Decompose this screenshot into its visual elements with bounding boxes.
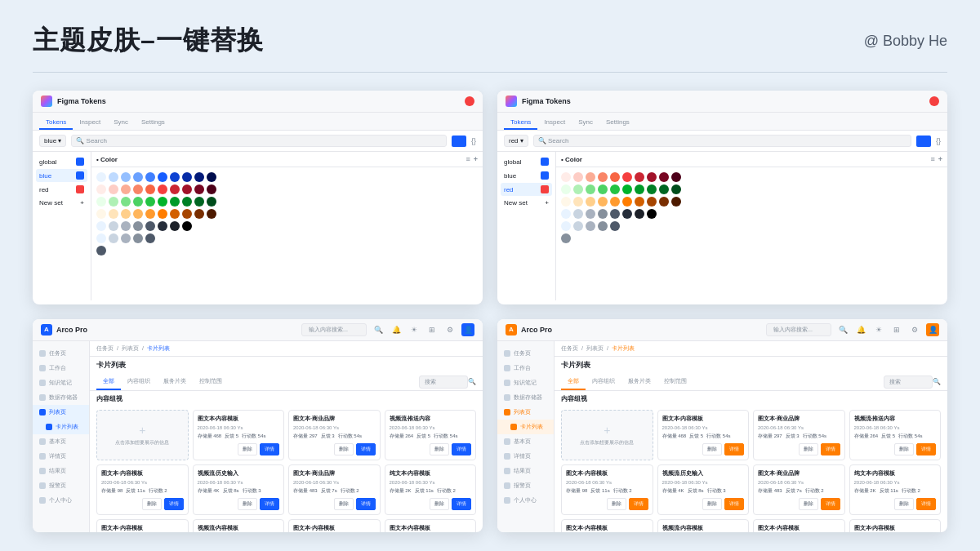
arco-detail-btn[interactable]: 详情 xyxy=(821,443,840,455)
figma-search-right[interactable]: 🔍 Search xyxy=(533,135,911,147)
arco-detail-btn[interactable]: 详情 xyxy=(452,443,471,455)
arco-filter-service-right[interactable]: 服务片类 xyxy=(621,374,657,390)
arco-filter-control-left[interactable]: 控制范围 xyxy=(193,374,229,390)
arco-bell-btn-right[interactable]: 🔔 xyxy=(854,323,867,336)
arco-search-left[interactable]: 输入内容搜索... xyxy=(301,323,367,336)
figma-tab-inspect-left[interactable]: Inspect xyxy=(73,116,107,130)
arco-search-btn2-right[interactable]: 🔍 xyxy=(933,378,941,385)
figma-tab-inspect-right[interactable]: Inspect xyxy=(537,116,572,130)
arco-detail-btn[interactable]: 详情 xyxy=(724,443,744,455)
figma-btn-icon-left[interactable]: {} xyxy=(471,137,476,145)
arco-settings-btn-left[interactable]: ⚙ xyxy=(443,323,457,336)
arco-nav-detail-right[interactable]: 详情页 xyxy=(497,449,554,464)
arco-delete-btn[interactable]: 删除 xyxy=(334,498,354,510)
arco-search-btn-left[interactable]: 🔍 xyxy=(372,323,385,336)
arco-delete-btn[interactable]: 删除 xyxy=(430,443,449,455)
arco-delete-btn[interactable]: 删除 xyxy=(238,443,257,455)
arco-delete-btn[interactable]: 删除 xyxy=(894,498,914,510)
arco-search-right[interactable]: 输入内容搜索... xyxy=(766,323,831,336)
figma-tab-settings-right[interactable]: Settings xyxy=(599,116,636,130)
arco-nav-cardlist-right[interactable]: 卡片列表 xyxy=(497,420,554,434)
figma-sidebar-red-left[interactable]: red xyxy=(36,183,87,196)
arco-nav-profile-left[interactable]: 个人中心 xyxy=(33,493,89,508)
arco-settings-btn-right[interactable]: ⚙ xyxy=(908,323,921,336)
figma-btn-blue-left[interactable] xyxy=(452,136,466,147)
arco-nav-storage-right[interactable]: 数据存储器 xyxy=(497,390,554,405)
arco-add-card-left[interactable]: + 点击添加想要展示的信息 xyxy=(96,410,189,460)
figma-add-icon-right[interactable]: + xyxy=(938,155,942,163)
arco-filter-content-right[interactable]: 内容组织 xyxy=(586,374,621,390)
arco-nav-list-right[interactable]: 列表页 xyxy=(497,405,554,420)
arco-delete-btn[interactable]: 删除 xyxy=(142,498,162,510)
arco-nav-profile-right[interactable]: 个人中心 xyxy=(497,493,554,508)
arco-nav-list-left[interactable]: 列表页 xyxy=(33,405,89,420)
arco-search-btn2-left[interactable]: 🔍 xyxy=(468,378,476,385)
arco-bell-btn-left[interactable]: 🔔 xyxy=(390,323,403,336)
arco-delete-btn[interactable]: 删除 xyxy=(799,498,818,510)
arco-detail-btn[interactable]: 详情 xyxy=(724,498,744,510)
arco-delete-btn[interactable]: 删除 xyxy=(334,443,354,455)
arco-nav-task-left[interactable]: 任务页 xyxy=(33,346,89,361)
arco-filter-all-right[interactable]: 全部 xyxy=(561,374,586,390)
arco-filter-service-left[interactable]: 服务片类 xyxy=(157,374,193,390)
figma-tab-settings-left[interactable]: Settings xyxy=(135,116,172,130)
arco-nav-basic-left[interactable]: 基本页 xyxy=(33,434,89,449)
arco-filter-all-left[interactable]: 全部 xyxy=(96,374,121,390)
arco-grid-btn-right[interactable]: ⊞ xyxy=(890,323,903,336)
arco-nav-cardlist-left[interactable]: 卡片列表 xyxy=(33,420,89,434)
arco-detail-btn[interactable]: 详情 xyxy=(629,498,648,510)
arco-filter-content-left[interactable]: 内容组织 xyxy=(121,374,157,390)
figma-dropdown-right[interactable]: red ▾ xyxy=(504,135,528,147)
arco-delete-btn[interactable]: 删除 xyxy=(702,443,722,455)
figma-tab-tokens-right[interactable]: Tokens xyxy=(504,116,537,130)
figma-sidebar-blue-left[interactable]: blue xyxy=(36,169,87,182)
figma-search-left[interactable]: 🔍 Search xyxy=(71,135,447,147)
arco-nav-workbench-left[interactable]: 工作台 xyxy=(33,361,89,375)
arco-detail-btn[interactable]: 详情 xyxy=(260,498,279,510)
figma-list-icon-right[interactable]: ≡ xyxy=(930,155,934,163)
arco-nav-result-left[interactable]: 结果页 xyxy=(33,464,89,478)
figma-sidebar-blue-right[interactable]: blue xyxy=(501,169,552,182)
figma-btn-icon-right[interactable]: {} xyxy=(936,137,941,145)
arco-add-card-right[interactable]: + 点击添加想要展示的信息 xyxy=(561,410,653,460)
arco-delete-btn[interactable]: 删除 xyxy=(799,443,818,455)
arco-sun-btn-right[interactable]: ☀ xyxy=(872,323,885,336)
figma-tab-sync-left[interactable]: Sync xyxy=(107,116,135,130)
arco-nav-basic-right[interactable]: 基本页 xyxy=(497,434,554,449)
arco-delete-btn[interactable]: 删除 xyxy=(238,498,257,510)
arco-detail-btn[interactable]: 详情 xyxy=(916,498,936,510)
figma-sidebar-newset-left[interactable]: New set + xyxy=(36,197,87,209)
arco-sun-btn-left[interactable]: ☀ xyxy=(408,323,421,336)
figma-dropdown-left[interactable]: blue ▾ xyxy=(39,135,66,147)
arco-filter-control-right[interactable]: 控制范围 xyxy=(657,374,693,390)
arco-nav-notes-right[interactable]: 知识笔记 xyxy=(497,375,554,390)
arco-detail-btn[interactable]: 详情 xyxy=(356,443,376,455)
figma-tab-tokens-left[interactable]: Tokens xyxy=(39,116,73,130)
arco-nav-notes-left[interactable]: 知识笔记 xyxy=(33,375,89,390)
arco-nav-storage-left[interactable]: 数据存储器 xyxy=(33,390,89,405)
arco-detail-btn[interactable]: 详情 xyxy=(164,498,184,510)
arco-user-btn-left[interactable]: 👤 xyxy=(461,323,474,336)
figma-add-icon-left[interactable]: + xyxy=(474,155,478,163)
arco-nav-alert-left[interactable]: 报警页 xyxy=(33,478,89,493)
figma-btn-blue-right[interactable] xyxy=(916,136,931,147)
arco-content-search-right[interactable]: 搜索 xyxy=(884,375,933,389)
figma-sidebar-red-right[interactable]: red xyxy=(501,183,552,196)
arco-grid-btn-left[interactable]: ⊞ xyxy=(425,323,439,336)
figma-close-left[interactable] xyxy=(465,96,474,106)
figma-sidebar-newset-right[interactable]: New set + xyxy=(501,197,552,209)
figma-tab-sync-right[interactable]: Sync xyxy=(572,116,599,130)
arco-delete-btn[interactable]: 删除 xyxy=(894,443,914,455)
arco-detail-btn[interactable]: 详情 xyxy=(260,443,279,455)
figma-sidebar-global-right[interactable]: global xyxy=(501,155,552,168)
arco-search-btn-right[interactable]: 🔍 xyxy=(836,323,849,336)
arco-detail-btn[interactable]: 详情 xyxy=(356,498,376,510)
figma-sidebar-global-left[interactable]: global xyxy=(36,155,87,168)
arco-nav-task-right[interactable]: 任务页 xyxy=(497,346,554,361)
arco-delete-btn[interactable]: 删除 xyxy=(607,498,626,510)
arco-detail-btn[interactable]: 详情 xyxy=(916,443,936,455)
arco-nav-alert-right[interactable]: 报警页 xyxy=(497,478,554,493)
arco-detail-btn[interactable]: 详情 xyxy=(452,498,471,510)
arco-delete-btn[interactable]: 删除 xyxy=(702,498,722,510)
arco-nav-result-right[interactable]: 结果页 xyxy=(497,464,554,478)
